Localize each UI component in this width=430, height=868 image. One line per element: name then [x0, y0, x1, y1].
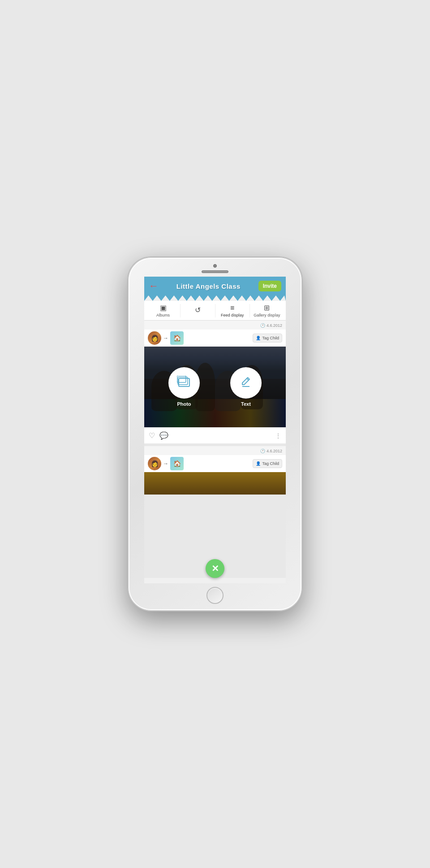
gallery-display-label: Gallery display	[254, 313, 280, 317]
text-action-button[interactable]	[230, 367, 262, 399]
post-1-footer: ♡ 💬 ⋮	[144, 427, 286, 443]
phone-frame: ← Little Angels Class Invite ▣ Albums ↺ …	[128, 257, 302, 611]
albums-label: Albums	[156, 313, 170, 317]
author-info: 👩 → 🏠	[148, 331, 184, 345]
post-2-image-partial	[144, 472, 286, 495]
photo-action-group: Photo	[168, 367, 200, 407]
speaker-bar	[202, 270, 228, 273]
author-avatar: 👩	[148, 331, 161, 345]
feed-display-icon: ≡	[230, 304, 234, 312]
clock-icon: 🕐	[260, 323, 265, 328]
text-icon	[241, 376, 251, 390]
arrow-icon-2: →	[163, 460, 168, 467]
photo-icon	[177, 376, 191, 390]
phone-top	[129, 258, 301, 273]
albums-icon: ▣	[160, 304, 167, 312]
invite-button[interactable]: Invite	[258, 281, 281, 291]
feed-display-tab[interactable]: ≡ Feed display	[215, 304, 249, 317]
close-fab-button[interactable]: ✕	[206, 559, 224, 578]
action-overlay: Photo	[144, 347, 286, 427]
phone-screen: ← Little Angels Class Invite ▣ Albums ↺ …	[144, 277, 286, 583]
page-title: Little Angels Class	[176, 282, 241, 290]
like-button[interactable]: ♡	[149, 431, 155, 440]
author-info-2: 👩 → 🏠	[148, 457, 184, 470]
toolbar: ▣ Albums ↺ ≡ Feed display ⊞ Gallery disp…	[144, 301, 286, 321]
post-1-author-row: 👩 → 🏠 👤 Tag Child	[144, 330, 286, 347]
phone-bottom	[129, 587, 301, 610]
post-1-meta: 🕐 4.6.2012	[144, 321, 286, 330]
avatar-image-2: 👩	[148, 457, 161, 470]
home-button[interactable]	[206, 587, 224, 604]
author-avatar-2: 👩	[148, 457, 161, 470]
post-1-actions: ♡ 💬	[149, 431, 168, 440]
tag-child-icon-2: 👤	[256, 461, 261, 466]
refresh-icon: ↺	[195, 306, 201, 314]
photo-action-button[interactable]	[168, 367, 200, 399]
feed-post-1: 🕐 4.6.2012 👩 → 🏠 👤 Tag C	[144, 321, 286, 443]
albums-tab[interactable]: ▣ Albums	[146, 304, 180, 317]
camera-dot	[213, 264, 217, 268]
avatar-image: 👩	[148, 331, 161, 345]
clock-icon-2: 🕐	[260, 449, 265, 453]
content-area: 🕐 4.6.2012 👩 → 🏠 👤 Tag C	[144, 321, 286, 578]
photo-action-label: Photo	[177, 401, 191, 407]
back-button[interactable]: ←	[149, 280, 159, 292]
feed-post-2: 🕐 4.6.2012 👩 → 🏠 👤 Tag C	[144, 446, 286, 495]
app-header: ← Little Angels Class Invite	[144, 277, 286, 301]
header-wave	[144, 295, 286, 301]
tag-child-button-1[interactable]: 👤 Tag Child	[253, 334, 282, 343]
post-2-meta: 🕐 4.6.2012	[144, 446, 286, 455]
class-thumbnail: 🏠	[170, 331, 184, 345]
refresh-tab[interactable]: ↺	[181, 306, 215, 315]
comment-button[interactable]: 💬	[159, 431, 168, 440]
tag-child-icon: 👤	[256, 336, 261, 340]
text-action-label: Text	[241, 401, 251, 407]
gallery-display-tab[interactable]: ⊞ Gallery display	[250, 304, 284, 317]
feed-display-label: Feed display	[221, 313, 244, 317]
more-options-button[interactable]: ⋮	[275, 433, 281, 439]
text-action-group: Text	[230, 367, 262, 407]
class-thumbnail-2: 🏠	[170, 457, 184, 470]
tag-child-button-2[interactable]: 👤 Tag Child	[253, 459, 282, 468]
arrow-icon: →	[163, 335, 168, 341]
gallery-display-icon: ⊞	[264, 304, 270, 312]
post-2-author-row: 👩 → 🏠 👤 Tag Child	[144, 455, 286, 472]
post-1-image-container: Photo	[144, 347, 286, 427]
post-1-date: 🕐 4.6.2012	[260, 323, 282, 328]
post-2-date: 🕐 4.6.2012	[260, 449, 282, 453]
